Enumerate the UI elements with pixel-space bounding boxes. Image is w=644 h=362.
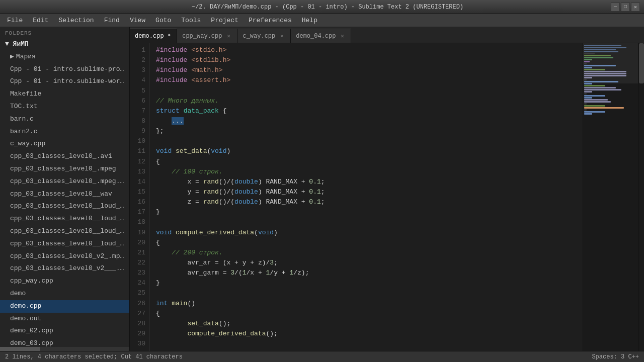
list-item[interactable]: Cpp - 01 - intro.sublime-workspace	[0, 75, 129, 88]
tab-close-button[interactable]: ✕	[339, 33, 346, 40]
list-item[interactable]: cpp_03_classes_level0_.mpeg	[0, 163, 129, 175]
tab-bar: demo.cpp • cpp_way.cpp ✕ c_way.cpp ✕ dem…	[130, 27, 644, 43]
menubar: File Edit Selection Find View Goto Tools…	[0, 14, 644, 27]
tab-label: demo.cpp	[135, 33, 164, 40]
menu-preferences[interactable]: Preferences	[244, 14, 297, 27]
list-item[interactable]: cpp_03_classes_level0_v2_.mpeg	[0, 250, 129, 263]
tab-cppway[interactable]: cpp_way.cpp ✕	[177, 29, 237, 43]
list-item[interactable]: Cpp - 01 - intro.sublime-project	[0, 63, 129, 76]
minimap-thumb[interactable]	[583, 43, 638, 83]
statusbar: 2 lines, 4 characters selected; Cut 41 c…	[0, 351, 644, 362]
scrollbar-thumb[interactable]	[639, 43, 644, 83]
scrollbar-thumb[interactable]	[0, 347, 40, 351]
list-item[interactable]: cpp_03_classes_level0_.mpeg.idx	[0, 175, 129, 188]
titlebar-title: ~/2. DAY/ЯиМП/demo.cpp - (Cpp - 01 - int…	[44, 4, 611, 11]
tab-modified-indicator: •	[167, 32, 172, 40]
list-item[interactable]: cpp_way.cpp	[0, 275, 129, 288]
menu-view[interactable]: View	[125, 14, 150, 27]
sidebar-item-yaimp[interactable]: ▼ ЯиМП	[0, 38, 129, 51]
menu-project[interactable]: Project	[206, 14, 244, 27]
editor-area: demo.cpp • cpp_way.cpp ✕ c_way.cpp ✕ dem…	[130, 27, 644, 351]
vertical-scrollbar[interactable]	[638, 43, 644, 351]
sidebar-scrollbar[interactable]	[0, 347, 129, 351]
code-container: 12345 678910 1112131415 1617181920 21222…	[130, 43, 644, 351]
main-area: FOLDERS ▼ ЯиМП ▶ Мария Cpp - 01 - intro.…	[0, 27, 644, 351]
list-item[interactable]: cpp_03_classes_level0_.avi	[0, 150, 129, 163]
menu-edit[interactable]: Edit	[28, 14, 53, 27]
sidebar-tree[interactable]: ▼ ЯиМП ▶ Мария Cpp - 01 - intro.sublime-…	[0, 38, 129, 347]
code-editor[interactable]: #include <stdio.h> #include <stdlib.h> #…	[150, 43, 583, 351]
tab-close-button[interactable]: ✕	[278, 33, 285, 40]
minimap[interactable]	[583, 43, 638, 351]
list-item[interactable]: cpp_03_classes_level0__loud_15.wav	[0, 238, 129, 250]
menu-file[interactable]: File	[2, 14, 28, 27]
tab-demo04[interactable]: demo_04.cpp ✕	[291, 29, 351, 43]
maximize-button[interactable]: □	[621, 3, 630, 12]
folders-header: FOLDERS	[0, 27, 129, 38]
titlebar-controls[interactable]: — □ ✕	[611, 3, 640, 12]
list-item[interactable]: demo.out	[0, 313, 129, 325]
menu-selection[interactable]: Selection	[53, 14, 99, 27]
tab-democpp[interactable]: demo.cpp •	[130, 29, 177, 43]
list-item[interactable]: TOC.txt	[0, 101, 129, 113]
list-item[interactable]: demo_02.cpp	[0, 325, 129, 337]
list-item[interactable]: demo_03.cpp	[0, 337, 129, 347]
tab-label: demo_04.cpp	[296, 33, 336, 40]
menu-help[interactable]: Help	[297, 14, 323, 27]
statusbar-right: Spaces: 3 C++	[592, 353, 639, 360]
sidebar: FOLDERS ▼ ЯиМП ▶ Мария Cpp - 01 - intro.…	[0, 27, 130, 351]
tab-label: cpp_way.cpp	[182, 33, 222, 40]
list-item[interactable]: cpp_03_classes_level0__loud_10.wav	[0, 213, 129, 225]
menu-find[interactable]: Find	[99, 14, 125, 27]
list-item[interactable]: cpp_03_classes_level0_v2___.wav	[0, 262, 129, 275]
tab-label: c_way.cpp	[243, 33, 275, 40]
list-item[interactable]: Makefile	[0, 88, 129, 101]
titlebar: ~/2. DAY/ЯиМП/demo.cpp - (Cpp - 01 - int…	[0, 0, 644, 14]
list-item[interactable]: demo	[0, 288, 129, 300]
line-numbers: 12345 678910 1112131415 1617181920 21222…	[130, 43, 150, 351]
tab-cway[interactable]: c_way.cpp ✕	[237, 29, 291, 43]
tab-close-button[interactable]: ✕	[225, 33, 232, 40]
sidebar-item-mariya[interactable]: ▶ Мария	[0, 51, 129, 63]
sidebar-item-democpp[interactable]: demo.cpp	[0, 300, 129, 313]
list-item[interactable]: cpp_03_classes_level0__loud_08.wav	[0, 200, 129, 213]
statusbar-left: 2 lines, 4 characters selected; Cut 41 c…	[5, 353, 183, 360]
menu-tools[interactable]: Tools	[176, 14, 206, 27]
menu-goto[interactable]: Goto	[150, 14, 176, 27]
list-item[interactable]: barn2.c	[0, 126, 129, 138]
list-item[interactable]: cpp_03_classes_level0__wav	[0, 188, 129, 201]
close-button[interactable]: ✕	[631, 3, 640, 12]
list-item[interactable]: c_way.cpp	[0, 138, 129, 150]
list-item[interactable]: cpp_03_classes_level0__loud_12.wav	[0, 225, 129, 238]
list-item[interactable]: barn.c	[0, 113, 129, 126]
minimize-button[interactable]: —	[611, 3, 620, 12]
